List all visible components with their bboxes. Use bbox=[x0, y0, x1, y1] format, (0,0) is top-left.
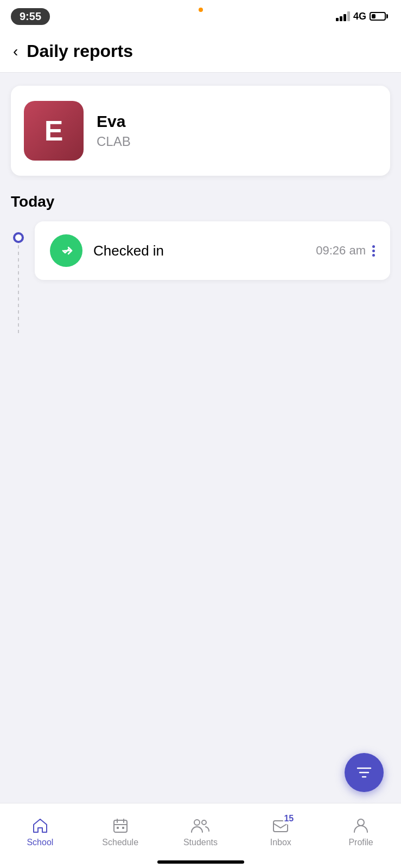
event-time: 09:26 am bbox=[316, 244, 366, 258]
svg-rect-7 bbox=[122, 827, 124, 829]
status-icons: 4G bbox=[336, 11, 388, 22]
status-time: 9:55 bbox=[11, 8, 50, 25]
inbox-badge: 15 bbox=[283, 813, 295, 825]
event-card[interactable]: Checked in 09:26 am bbox=[35, 221, 390, 280]
today-label: Today bbox=[11, 193, 390, 210]
nav-item-schedule[interactable]: Schedule bbox=[80, 817, 161, 847]
profile-icon bbox=[352, 817, 370, 834]
svg-rect-6 bbox=[117, 827, 119, 829]
checkin-icon-circle bbox=[50, 234, 82, 267]
filter-icon bbox=[355, 764, 373, 781]
student-card: E Eva CLAB bbox=[11, 86, 390, 176]
student-name: Eva bbox=[97, 112, 377, 131]
schedule-icon bbox=[112, 817, 129, 834]
event-right: 09:26 am bbox=[316, 244, 375, 258]
home-indicator bbox=[157, 860, 244, 864]
notification-dot bbox=[199, 8, 203, 12]
bottom-nav: School Schedule Students 15 bbox=[0, 803, 401, 868]
svg-point-11 bbox=[358, 819, 364, 826]
students-nav-label: Students bbox=[183, 838, 218, 847]
page-title: Daily reports bbox=[27, 41, 133, 61]
status-bar: 9:55 4G bbox=[0, 0, 401, 30]
more-options-button[interactable] bbox=[370, 245, 375, 257]
school-nav-label: School bbox=[27, 838, 53, 847]
svg-rect-2 bbox=[114, 820, 127, 832]
timeline-dot bbox=[13, 232, 24, 243]
filter-fab-button[interactable] bbox=[345, 753, 384, 792]
event-left: Checked in bbox=[50, 234, 164, 267]
nav-item-inbox[interactable]: 15 Inbox bbox=[240, 817, 321, 847]
student-info: Eva CLAB bbox=[97, 112, 377, 149]
schedule-nav-label: Schedule bbox=[102, 838, 138, 847]
nav-item-school[interactable]: School bbox=[0, 817, 80, 847]
nav-item-profile[interactable]: Profile bbox=[321, 817, 401, 847]
inbox-wrapper: 15 bbox=[272, 817, 289, 834]
inbox-nav-label: Inbox bbox=[270, 838, 291, 847]
back-button[interactable]: ‹ bbox=[13, 44, 18, 59]
school-home-icon bbox=[31, 817, 49, 834]
header: ‹ Daily reports bbox=[0, 30, 401, 73]
profile-nav-label: Profile bbox=[348, 838, 373, 847]
svg-point-9 bbox=[202, 820, 206, 825]
nav-item-students[interactable]: Students bbox=[161, 817, 241, 847]
timeline: Checked in 09:26 am bbox=[11, 221, 390, 280]
signal-icon bbox=[336, 11, 350, 21]
timeline-line bbox=[18, 245, 19, 336]
network-label: 4G bbox=[353, 11, 366, 22]
avatar-letter: E bbox=[44, 114, 63, 147]
battery-icon bbox=[370, 12, 388, 21]
main-content: E Eva CLAB Today Checked in bbox=[0, 73, 401, 802]
svg-point-8 bbox=[194, 820, 200, 825]
student-avatar: E bbox=[24, 101, 84, 161]
event-label: Checked in bbox=[93, 242, 164, 259]
student-class: CLAB bbox=[97, 134, 377, 149]
checkin-icon bbox=[58, 242, 75, 259]
students-icon bbox=[190, 817, 210, 834]
